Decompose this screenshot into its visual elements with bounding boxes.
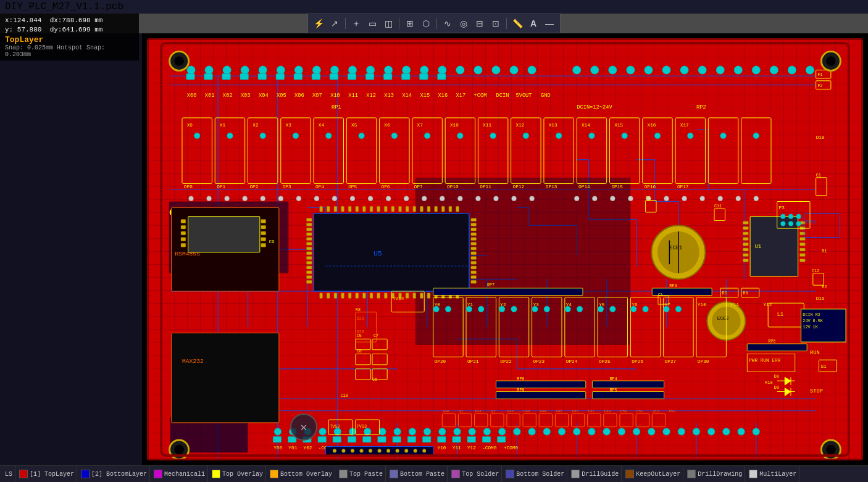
status-toplayer[interactable]: [1] TopLayer bbox=[17, 466, 77, 482]
pad-button[interactable]: ◎ bbox=[457, 17, 470, 30]
svg-point-544 bbox=[333, 449, 336, 453]
svg-rect-241 bbox=[471, 252, 477, 255]
svg-rect-120 bbox=[708, 118, 738, 184]
compass-widget[interactable]: ✕ bbox=[290, 413, 317, 441]
svg-rect-210 bbox=[181, 238, 186, 241]
status-toppaste[interactable]: Top Paste bbox=[336, 466, 386, 482]
titlebar: DIY_PLC_M27_V1.1.pcb bbox=[0, 0, 868, 14]
status-keepoutlayer[interactable]: KeepOutLayer bbox=[623, 466, 683, 482]
svg-rect-66 bbox=[186, 73, 195, 80]
svg-rect-72 bbox=[294, 73, 303, 80]
topsolder-label: Top Solder bbox=[462, 471, 499, 478]
svg-text:OP30: OP30 bbox=[698, 359, 709, 364]
svg-text:TVS4: TVS4 bbox=[393, 296, 404, 301]
add-button[interactable]: + bbox=[349, 17, 363, 30]
svg-rect-480 bbox=[407, 436, 416, 443]
svg-text:Q2: Q2 bbox=[491, 409, 496, 413]
svg-rect-350 bbox=[433, 288, 583, 296]
toppaste-indicator bbox=[339, 470, 348, 478]
svg-rect-426 bbox=[646, 201, 656, 212]
svg-point-458 bbox=[573, 428, 580, 436]
svg-text:OP22: OP22 bbox=[500, 359, 512, 364]
component-button[interactable]: ⬡ bbox=[419, 17, 433, 30]
svg-marker-406 bbox=[785, 388, 791, 396]
grid-button[interactable]: ⊞ bbox=[403, 17, 417, 30]
svg-text:Y10: Y10 bbox=[438, 446, 446, 451]
svg-point-197 bbox=[664, 196, 669, 201]
svg-text:RP7: RP7 bbox=[487, 283, 495, 288]
svg-text:Y5: Y5 bbox=[599, 302, 605, 307]
zoom-button[interactable]: ⊡ bbox=[489, 17, 503, 30]
svg-rect-231 bbox=[306, 271, 312, 274]
mechanical1-label: Mechanical1 bbox=[164, 471, 205, 478]
svg-rect-244 bbox=[471, 266, 477, 269]
chart-button[interactable]: ◫ bbox=[382, 17, 395, 30]
text-button[interactable]: A bbox=[527, 17, 540, 30]
svg-rect-478 bbox=[378, 436, 386, 443]
status-topoverlay[interactable]: Top Overlay bbox=[209, 466, 266, 482]
rect-button[interactable]: ▭ bbox=[365, 17, 379, 30]
wave-button[interactable]: ∿ bbox=[441, 17, 454, 30]
svg-rect-474 bbox=[318, 436, 327, 443]
svg-point-155 bbox=[753, 133, 759, 139]
svg-text:X01: X01 bbox=[205, 93, 215, 99]
drilldrawing-label: DrillDrawing bbox=[698, 471, 742, 478]
svg-rect-309 bbox=[800, 232, 806, 235]
svg-rect-246 bbox=[471, 276, 477, 279]
svg-rect-280 bbox=[406, 293, 409, 299]
svg-rect-519 bbox=[652, 413, 665, 426]
svg-rect-207 bbox=[181, 220, 186, 223]
measure-button[interactable]: 📏 bbox=[511, 17, 524, 30]
filter-button[interactable]: ⚡ bbox=[312, 17, 325, 30]
svg-text:24V 0.5K: 24V 0.5K bbox=[803, 318, 823, 323]
status-bottomlayer[interactable]: [2] BottomLayer bbox=[78, 466, 150, 482]
svg-text:OP12: OP12 bbox=[513, 185, 525, 189]
svg-text:X4: X4 bbox=[319, 123, 325, 128]
status-drillguide[interactable]: DrillGuide bbox=[569, 466, 622, 482]
topoverlay-label: Top Overlay bbox=[222, 471, 263, 478]
svg-rect-479 bbox=[393, 436, 401, 443]
svg-rect-269 bbox=[327, 293, 330, 299]
svg-text:C10: C10 bbox=[341, 393, 348, 398]
svg-point-58 bbox=[680, 66, 689, 75]
svg-point-451 bbox=[469, 428, 476, 436]
svg-rect-68 bbox=[222, 73, 231, 80]
svg-point-547 bbox=[360, 449, 364, 453]
svg-rect-483 bbox=[453, 436, 461, 443]
svg-text:X13: X13 bbox=[549, 123, 557, 128]
pcb-canvas[interactable]: X00 X01 X02 X03 X04 X05 X06 X07 X10 X11 … bbox=[142, 33, 868, 465]
svg-text:+COM: +COM bbox=[474, 93, 487, 99]
status-bottomoverlay[interactable]: Bottom Overlay bbox=[267, 466, 335, 482]
svg-text:R1: R1 bbox=[822, 249, 827, 254]
svg-point-185 bbox=[422, 196, 427, 201]
svg-rect-322 bbox=[372, 339, 387, 349]
via-button[interactable]: ⊟ bbox=[473, 17, 486, 30]
svg-rect-211 bbox=[181, 243, 186, 247]
svg-rect-74 bbox=[330, 73, 338, 80]
svg-rect-517 bbox=[620, 413, 633, 426]
route-button[interactable]: ↗ bbox=[328, 17, 341, 30]
status-ls[interactable]: LS bbox=[2, 466, 15, 482]
toolbar-sep-3 bbox=[436, 18, 437, 29]
status-drilldrawing[interactable]: DrillDrawing bbox=[685, 466, 745, 482]
svg-text:C11: C11 bbox=[714, 204, 722, 209]
svg-text:D42: D42 bbox=[507, 409, 514, 413]
status-bottomsolder[interactable]: Bottom Solder bbox=[503, 466, 567, 482]
svg-rect-263 bbox=[427, 206, 430, 212]
svg-rect-250 bbox=[334, 206, 337, 212]
svg-text:C7: C7 bbox=[373, 333, 378, 338]
svg-text:RP3: RP3 bbox=[669, 283, 677, 288]
svg-text:DCIN=12~24V: DCIN=12~24V bbox=[577, 104, 612, 110]
status-multilayer[interactable]: MultiLayer bbox=[746, 466, 799, 482]
svg-text:C8: C8 bbox=[357, 349, 362, 354]
svg-rect-230 bbox=[306, 266, 312, 269]
status-topsolder[interactable]: Top Solder bbox=[449, 466, 502, 482]
line-button[interactable]: — bbox=[543, 17, 556, 30]
svg-text:D9: D9 bbox=[774, 385, 779, 390]
multilayer-label: MultiLayer bbox=[759, 471, 796, 478]
svg-point-188 bbox=[476, 196, 481, 201]
status-mechanical1[interactable]: Mechanical1 bbox=[151, 466, 208, 482]
status-bottompaste[interactable]: Bottom Paste bbox=[387, 466, 448, 482]
pcb-board[interactable]: X00 X01 X02 X03 X04 X05 X06 X07 X10 X11 … bbox=[147, 38, 863, 460]
svg-rect-226 bbox=[306, 247, 312, 250]
